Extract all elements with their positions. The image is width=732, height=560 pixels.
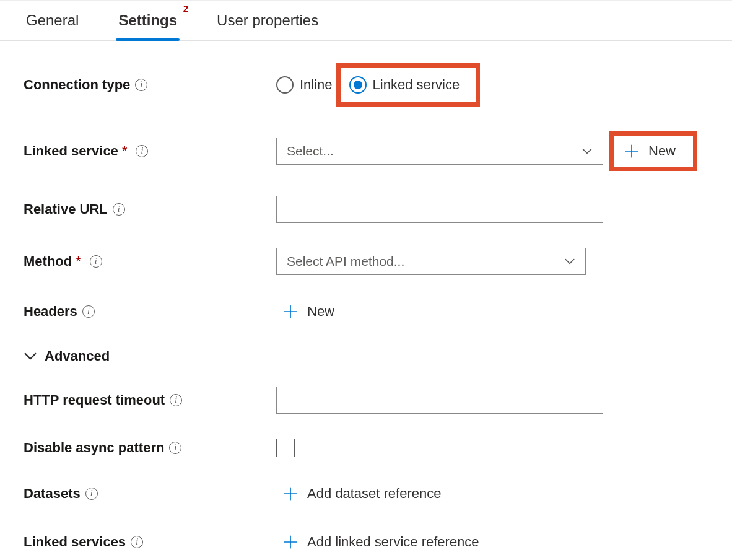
highlight-new-button: New xyxy=(609,131,697,171)
tab-settings-label: Settings xyxy=(118,12,177,28)
label-http-timeout: HTTP request timeout i xyxy=(24,392,276,408)
info-icon[interactable]: i xyxy=(170,394,182,406)
info-icon[interactable]: i xyxy=(82,305,95,318)
label-linked-services: Linked services i xyxy=(24,534,276,550)
label-relative-url: Relative URL i xyxy=(24,201,276,217)
tab-settings-badge: 2 xyxy=(183,3,188,14)
highlight-linked-service: Linked service xyxy=(336,63,481,107)
label-method-text: Method xyxy=(24,253,72,269)
linked-service-select[interactable]: Select... xyxy=(276,138,603,165)
disable-async-checkbox[interactable] xyxy=(276,439,295,457)
radio-bullet-icon xyxy=(349,76,367,94)
info-icon[interactable]: i xyxy=(136,145,148,157)
label-connection-type-text: Connection type xyxy=(24,77,130,93)
advanced-label: Advanced xyxy=(45,348,110,364)
add-linked-service-reference-label: Add linked service reference xyxy=(307,534,479,550)
plus-icon xyxy=(624,143,640,159)
plus-icon xyxy=(282,534,298,550)
label-headers: Headers i xyxy=(24,304,276,320)
chevron-down-icon xyxy=(24,349,45,363)
radio-bullet-icon xyxy=(276,76,294,94)
add-dataset-reference-label: Add dataset reference xyxy=(307,486,441,502)
tab-user-properties[interactable]: User properties xyxy=(214,12,321,40)
method-select[interactable]: Select API method... xyxy=(276,248,586,275)
label-disable-async-text: Disable async pattern xyxy=(24,440,164,456)
add-linked-service-reference-button[interactable]: Add linked service reference xyxy=(276,530,486,554)
add-dataset-reference-button[interactable]: Add dataset reference xyxy=(276,482,447,505)
label-disable-async: Disable async pattern i xyxy=(24,440,276,456)
advanced-toggle[interactable]: Advanced xyxy=(24,348,708,364)
label-headers-text: Headers xyxy=(24,304,77,320)
radio-inline[interactable]: Inline xyxy=(276,76,333,94)
chevron-down-icon xyxy=(582,146,593,157)
new-header-button[interactable]: New xyxy=(276,300,341,323)
info-icon[interactable]: i xyxy=(90,255,102,268)
label-linked-service-text: Linked service xyxy=(24,143,118,159)
http-timeout-input[interactable] xyxy=(276,387,603,414)
label-datasets: Datasets i xyxy=(24,486,276,502)
label-method: Method * i xyxy=(24,253,276,269)
radio-inline-label: Inline xyxy=(300,77,333,93)
label-linked-service: Linked service * i xyxy=(24,143,276,159)
label-linked-services-text: Linked services xyxy=(24,534,126,550)
required-asterisk: * xyxy=(122,143,128,159)
chevron-down-icon xyxy=(564,256,575,267)
info-icon[interactable]: i xyxy=(131,536,143,548)
info-icon[interactable]: i xyxy=(113,203,125,216)
plus-icon xyxy=(282,486,298,502)
method-placeholder: Select API method... xyxy=(287,254,404,269)
info-icon[interactable]: i xyxy=(85,488,98,500)
label-connection-type: Connection type i xyxy=(24,77,276,93)
new-linked-service-button[interactable]: New xyxy=(617,139,682,163)
plus-icon xyxy=(282,304,298,320)
label-datasets-text: Datasets xyxy=(24,486,81,502)
label-http-timeout-text: HTTP request timeout xyxy=(24,392,165,408)
label-relative-url-text: Relative URL xyxy=(24,201,108,217)
radio-linked-service-label: Linked service xyxy=(373,77,460,93)
relative-url-input[interactable] xyxy=(276,196,603,223)
linked-service-placeholder: Select... xyxy=(287,144,334,159)
tabs-bar: General Settings 2 User properties xyxy=(0,0,732,41)
settings-form: Connection type i Inline Linked service … xyxy=(0,41,732,554)
new-header-label: New xyxy=(307,304,334,320)
tab-general[interactable]: General xyxy=(24,12,81,40)
info-icon[interactable]: i xyxy=(135,79,147,91)
new-button-label: New xyxy=(648,143,676,159)
tab-settings[interactable]: Settings 2 xyxy=(116,12,180,40)
radio-linked-service[interactable]: Linked service xyxy=(349,76,460,94)
required-asterisk: * xyxy=(76,253,81,269)
info-icon[interactable]: i xyxy=(169,442,181,454)
